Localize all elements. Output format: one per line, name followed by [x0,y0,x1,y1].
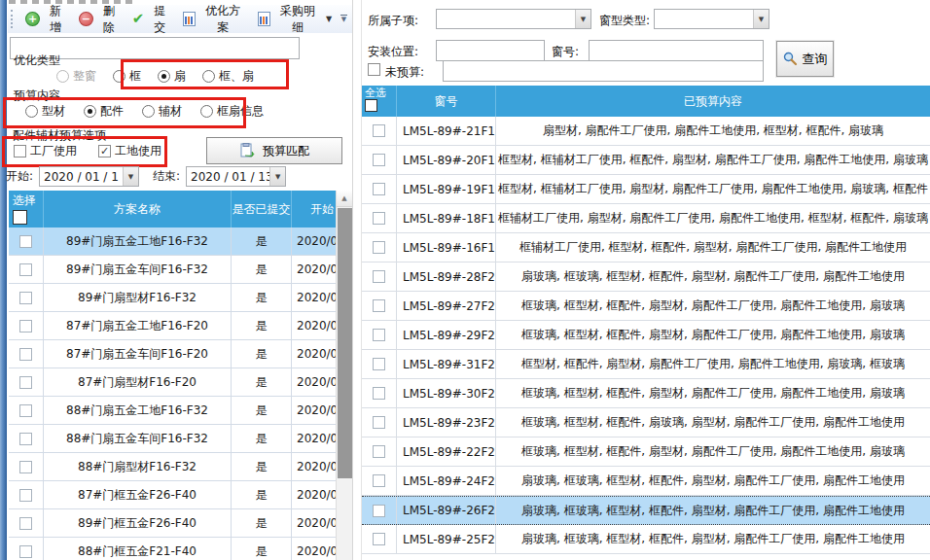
radio-icon[interactable] [84,105,96,118]
row-checkbox[interactable] [373,183,385,195]
window-table-row[interactable]: LM5L-89#-26F24扇玻璃, 框玻璃, 框型材, 框配件, 扇型材, 扇… [362,496,930,525]
row-checkbox[interactable] [373,154,385,166]
row-checkbox[interactable] [373,387,385,400]
install-position-input[interactable] [436,40,545,61]
row-checkbox[interactable] [19,461,32,473]
unbudgeted-input[interactable] [443,60,764,82]
row-checkbox[interactable] [373,299,385,312]
plan-table-row[interactable]: 87#门框五金F26-F40是2020/0 [9,481,352,509]
select-all-checkbox[interactable] [365,99,377,112]
start-date-picker[interactable]: 2020 / 01 / 1 ▼ [39,166,139,187]
acc-usage-option[interactable]: 工地使用 [98,143,161,159]
window-table-row[interactable]: LM5L-89#-16F15框辅材工厂使用, 框型材, 框配件, 扇型材, 扇配… [362,233,930,262]
window-table-row[interactable]: LM5L-89#-18F16框辅材工厂使用, 扇型材, 扇配件工厂使用, 扇配件… [362,204,930,233]
row-checkbox[interactable] [373,505,385,517]
budget-content-option[interactable]: 型材 [25,103,65,120]
budgeted-content-cell: 框玻璃, 框型材, 框配件, 扇玻璃, 扇型材, 扇配件工厂使用, 扇配件工地使… [496,408,930,437]
radio-icon[interactable] [142,105,155,118]
budget-match-button[interactable]: 预算匹配 [206,137,342,164]
unbudgeted-checkbox[interactable] [368,63,380,76]
window-table-row[interactable]: LM5L-89#-23F21框玻璃, 框型材, 框配件, 扇玻璃, 扇型材, 扇… [362,408,930,438]
row-checkbox[interactable] [373,124,385,137]
row-checkbox[interactable] [373,416,385,429]
row-checkbox[interactable] [19,235,32,248]
add-button[interactable]: + 新增 [19,1,73,38]
window-table-row[interactable]: LM5L-89#-31F29框型材, 框配件, 扇型材, 扇配件工厂使用, 扇配… [362,350,930,379]
plan-table-row[interactable]: 88#门框五金F21-F40是2020/0 [9,538,352,560]
plan-table-row[interactable]: 87#门扇五金车间F16-F20是2020/0 [9,340,352,368]
opt-type-option[interactable]: 框、扇 [202,68,254,85]
toolbar-overflow-button[interactable]: ▼ [338,10,350,29]
plan-table-row[interactable]: 87#门扇型材F16-F20是2020/0 [9,368,352,397]
row-checkbox[interactable] [373,358,385,370]
budget-content-option[interactable]: 辅材 [142,103,182,120]
window-table-row[interactable]: LM5L-89#-28F26扇玻璃, 框玻璃, 框型材, 框配件, 扇型材, 扇… [362,262,930,292]
radio-icon[interactable] [202,70,215,83]
radio-icon[interactable] [25,105,38,118]
row-checkbox[interactable] [19,489,32,502]
opt-type-option[interactable]: 扇 [158,68,186,85]
window-table-row[interactable]: LM5L-89#-21F19扇型材, 扇配件工厂使用, 扇配件工地使用, 框型材… [362,117,930,146]
acc-usage-option[interactable]: 工厂使用 [14,143,77,159]
window-table-row[interactable]: LM5L-89#-20F18框型材, 框辅材工厂使用, 框配件, 扇型材, 扇配… [362,146,930,175]
query-button[interactable]: 查询 [776,41,834,77]
window-table-row[interactable]: LM5L-89#-22F20框玻璃, 框型材, 框配件, 扇型材, 扇配件工厂使… [362,438,930,467]
row-checkbox[interactable] [373,445,385,458]
checkbox-icon[interactable] [98,145,111,158]
radio-icon[interactable] [200,105,213,118]
budgeted-content-cell: 扇玻璃, 框玻璃, 框型材, 框配件, 扇型材, 扇配件工厂使用, 扇配件工地使… [496,467,930,495]
row-checkbox[interactable] [373,270,385,283]
row-checkbox[interactable] [19,292,32,304]
chevron-down-icon[interactable]: ▼ [123,167,138,186]
radio-icon[interactable] [158,70,170,83]
radio-icon[interactable] [113,70,125,83]
plan-table-row[interactable]: 88#门扇五金工地F16-F32是2020/0 [9,397,352,425]
scrollbar-thumb[interactable] [338,208,352,478]
plan-table-row[interactable]: 89#门扇五金车间F16-F32是2020/0 [9,256,352,284]
end-date-picker[interactable]: 2020 / 01 / 13 ▼ [186,166,286,187]
toolbar-grip[interactable] [11,10,15,28]
row-checkbox[interactable] [19,517,32,530]
chevron-down-icon[interactable]: ▼ [753,10,769,28]
window-type-combobox[interactable]: ▼ [654,9,769,29]
plan-table-row[interactable]: 89#门扇五金工地F16-F32是2020/0 [9,228,352,256]
chevron-down-icon[interactable]: ▼ [269,167,285,186]
plan-table-scrollbar[interactable]: ▲ [336,191,352,560]
window-table-row[interactable]: LM5L-89#-27F25框玻璃, 框型材, 框配件, 扇型材, 扇配件工厂使… [362,292,930,321]
optimize-plan-button[interactable]: 优化方案 [177,1,252,38]
window-table-row[interactable]: LM5L-89#-19F17框型材, 框辅材工厂使用, 扇型材, 扇配件工厂使用… [362,175,930,204]
row-checkbox[interactable] [19,545,32,558]
chevron-down-icon[interactable]: ▼ [575,10,590,28]
row-checkbox[interactable] [373,212,385,225]
purchase-detail-button[interactable]: 采购明细 ▼ [252,1,338,38]
window-no-input[interactable] [589,40,764,61]
row-checkbox[interactable] [19,433,32,445]
plan-table-row[interactable]: 88#门扇五金车间F16-F32是2020/0 [9,425,352,453]
delete-button[interactable]: − 删除 [73,1,126,38]
row-checkbox[interactable] [373,533,385,545]
window-table-row[interactable]: LM5L-89#-25F23扇玻璃, 框玻璃, 框型材, 框配件, 扇型材, 扇… [362,525,930,554]
plan-table-row[interactable]: 89#门框五金F26-F40是2020/0 [9,509,352,538]
row-checkbox[interactable] [373,241,385,254]
scroll-up-arrow-icon[interactable]: ▲ [337,191,352,207]
submit-button[interactable]: ✔ 提交 [126,1,177,38]
window-table-row[interactable]: LM5L-89#-30F28框玻璃, 框型材, 框配件, 扇型材, 扇配件工厂使… [362,379,930,408]
window-table-row[interactable]: LM5L-89#-24F22扇玻璃, 框玻璃, 框型材, 框配件, 扇型材, 扇… [362,467,930,496]
plan-table-row[interactable]: 88#门扇型材F16-F32是2020/0 [9,453,352,481]
plan-table-row[interactable]: 89#门扇型材F16-F32是2020/0 [9,284,352,312]
plan-table-row[interactable]: 87#门扇五金工地F16-F20是2020/0 [9,312,352,340]
row-checkbox[interactable] [19,320,32,332]
window-table-row[interactable]: LM5L-89#-29F27框玻璃, 框型材, 框配件, 扇型材, 扇配件工厂使… [362,321,930,350]
sub-item-combobox[interactable]: ▼ [436,9,591,29]
budget-content-option[interactable]: 配件 [84,103,124,120]
row-checkbox[interactable] [19,404,32,417]
row-checkbox[interactable] [373,329,385,341]
budget-content-option[interactable]: 框扇信息 [200,103,264,120]
checkbox-icon[interactable] [14,145,26,158]
row-checkbox[interactable] [19,263,32,276]
row-checkbox[interactable] [19,376,32,389]
row-checkbox[interactable] [19,348,32,361]
opt-type-option[interactable]: 框 [113,68,141,85]
select-all-checkbox[interactable] [13,210,27,225]
row-checkbox[interactable] [373,474,385,487]
